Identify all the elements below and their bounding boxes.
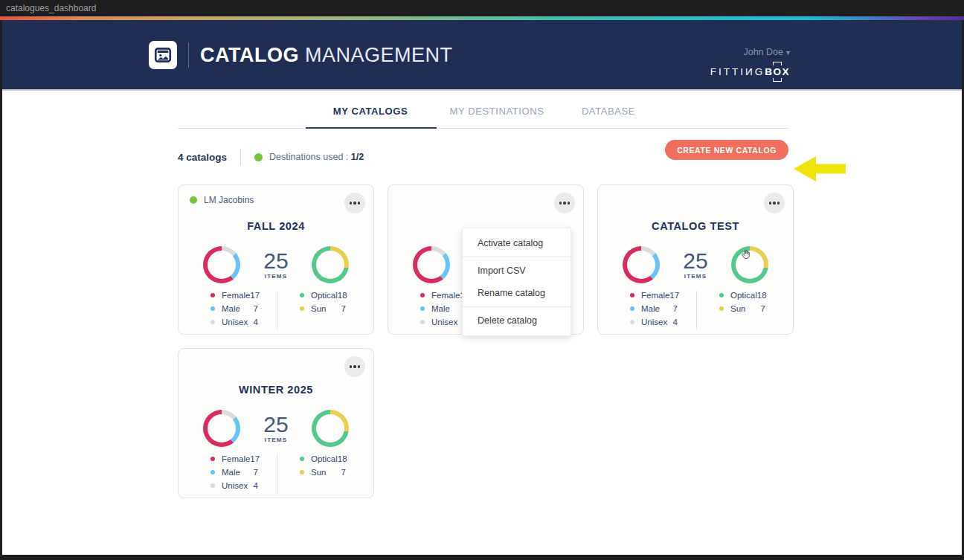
items-count-block: 25 ITEMS: [675, 250, 716, 280]
tab-bar: MY CATALOGS MY DESTINATIONS DATABASE: [178, 91, 788, 128]
card-menu-button[interactable]: [344, 356, 365, 377]
catalog-card-winter-2025[interactable]: WINTER 2025 25 ITEMS Female17 Male7 Unis…: [178, 348, 374, 498]
male-dot: [630, 306, 634, 311]
optical-dot: [300, 293, 304, 297]
unisex-dot: [211, 483, 215, 488]
legend-row: Female17: [420, 289, 468, 301]
legend-row: Unisex4: [211, 316, 258, 328]
male-dot: [211, 470, 215, 474]
card-menu-button[interactable]: [554, 193, 575, 213]
legend-row: Male7: [420, 303, 468, 315]
legend-label: Unisex: [222, 318, 248, 326]
items-label: ITEMS: [255, 273, 297, 280]
tab-my-destinations[interactable]: MY DESTINATIONS: [450, 106, 544, 117]
card-title: FALL 2024: [179, 220, 373, 234]
menu-separator: [463, 306, 571, 307]
items-count-block: 25 ITEMS: [255, 250, 297, 280]
legend-row: Sun7: [300, 466, 346, 478]
destinations-status-dot: [254, 153, 263, 161]
legend-label: Optical: [311, 291, 338, 300]
user-name: John Doe: [743, 47, 783, 57]
female-dot: [630, 293, 634, 297]
legend-label: Unisex: [431, 318, 457, 326]
legend-row: Unisex4: [420, 316, 468, 328]
legend-label: Male: [431, 304, 450, 313]
card-title: WINTER 2025: [179, 384, 373, 397]
menu-item-import-csv[interactable]: Import CSV: [463, 260, 571, 282]
gender-legend: Female17 Male7 Unisex4: [211, 453, 258, 493]
items-label: ITEMS: [255, 437, 297, 443]
ellipsis-icon: [769, 202, 771, 204]
legend-value: 17: [669, 291, 679, 300]
page-title-bold: CATALOG: [200, 44, 299, 66]
chevron-down-icon: ▾: [786, 48, 790, 57]
catalog-app-logo-icon: [149, 41, 177, 69]
active-status-dot: [190, 196, 197, 204]
legend-divider: [277, 291, 277, 329]
logo-block: CATALOG MANAGEMENT: [149, 41, 453, 69]
card-charts: 25 ITEMS: [598, 246, 793, 283]
legend-label: Male: [641, 304, 660, 313]
unisex-dot: [211, 320, 215, 324]
card-menu-button[interactable]: [344, 193, 365, 213]
page-title-light: MANAGEMENT: [305, 44, 453, 66]
legend-label: Female: [222, 454, 250, 463]
card-context-menu: Activate catalog Import CSV Rename catal…: [462, 228, 571, 336]
male-dot: [420, 306, 425, 311]
sun-dot: [300, 470, 304, 474]
type-legend: Optical18 Sun7: [719, 289, 765, 329]
legend-row: Sun7: [300, 303, 346, 315]
legend-value: 7: [761, 304, 765, 313]
menu-item-rename-catalog[interactable]: Rename catalog: [463, 282, 571, 304]
destinations-used: Destinations used : 1/2: [269, 152, 364, 162]
legend-value: 7: [254, 304, 258, 313]
unisex-dot: [630, 320, 634, 324]
items-count-block: 25 ITEMS: [255, 413, 297, 443]
legend-row: Sun7: [719, 303, 765, 315]
create-new-catalog-button[interactable]: CREATE NEW CATALOG: [665, 140, 788, 160]
tab-database[interactable]: DATABASE: [582, 106, 635, 117]
menu-item-delete-catalog[interactable]: Delete catalog: [463, 309, 571, 332]
card-legend: Female17 Male7 Unisex4 Optical18 Sun7: [179, 289, 373, 329]
legend-value: 7: [341, 304, 346, 313]
items-count: 25: [675, 250, 716, 272]
card-charts: 25 ITEMS: [179, 410, 373, 447]
card-charts: 25 ITEMS: [179, 246, 373, 283]
ellipsis-icon: [350, 365, 352, 367]
app-window: CATALOG MANAGEMENT John Doe▾ FITTIИGBOX …: [2, 20, 962, 555]
legend-value: 7: [673, 304, 678, 313]
legend-row: Male7: [211, 303, 258, 315]
legend-row: Female17: [211, 453, 258, 465]
menu-item-activate-catalog[interactable]: Activate catalog: [463, 232, 571, 254]
optical-dot: [300, 457, 304, 461]
legend-value: 18: [338, 454, 347, 463]
tab-my-catalogs[interactable]: MY CATALOGS: [333, 106, 408, 117]
items-count: 25: [255, 250, 297, 272]
legend-row: Optical18: [300, 453, 346, 465]
legend-value: 18: [757, 291, 767, 300]
card-legend: Female17 Male7 Unisex4 Optical18 Sun7: [179, 453, 373, 493]
male-dot: [211, 306, 215, 311]
gender-donut-chart: [623, 246, 660, 283]
type-legend: Optical18 Sun7: [300, 453, 346, 493]
legend-row: Female17: [630, 289, 678, 301]
legend-label: Female: [641, 291, 669, 300]
female-dot: [211, 457, 215, 461]
card-status-label: LM Jacobins: [204, 195, 254, 205]
legend-value: 4: [254, 481, 258, 490]
legend-label: Sun: [730, 304, 745, 313]
logo-divider: [188, 42, 189, 68]
sun-dot: [300, 306, 304, 311]
gender-donut-chart: [203, 246, 240, 283]
legend-row: Male7: [630, 303, 678, 315]
catalog-card-fall-2024[interactable]: LM Jacobins FALL 2024 25 ITEMS Female17 …: [178, 184, 374, 335]
legend-value: 18: [338, 291, 347, 300]
card-menu-button[interactable]: [764, 193, 785, 213]
catalog-card-catalog-test[interactable]: CATALOG TEST 25 ITEMS Female17 Male7 Uni…: [597, 184, 794, 335]
window-title: catalogues_dashboard: [0, 0, 964, 16]
card-status: LM Jacobins: [190, 195, 254, 205]
legend-label: Female: [431, 291, 460, 300]
hand-cursor-icon: [740, 248, 753, 260]
fittingbox-logo: FITTIИGBOX: [710, 66, 790, 77]
user-menu[interactable]: John Doe▾: [743, 47, 790, 57]
